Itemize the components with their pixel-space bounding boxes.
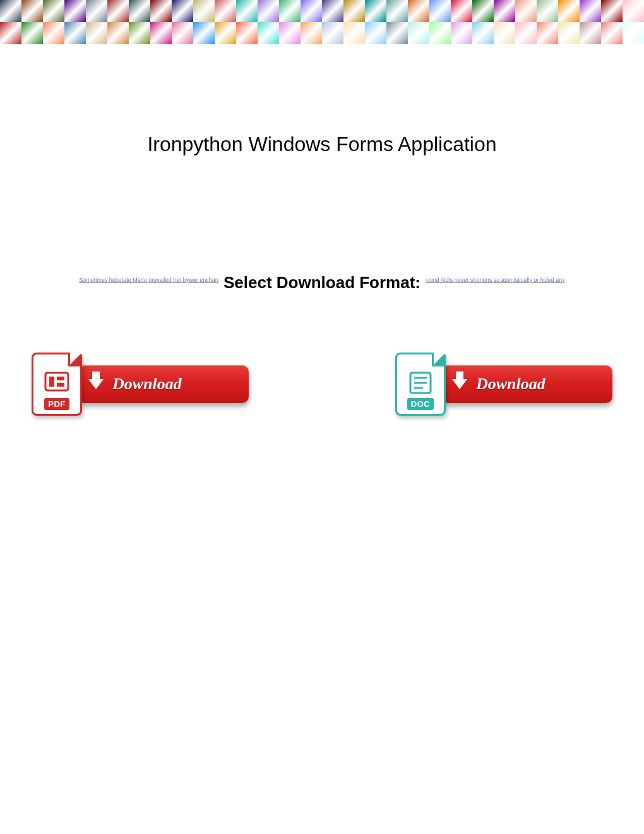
banner-thumb — [429, 22, 451, 44]
svg-rect-1 — [49, 377, 54, 387]
banner-thumb — [365, 0, 386, 22]
select-format-label: Select Download Format: — [218, 273, 426, 293]
top-banner — [0, 0, 644, 44]
banner-thumb — [21, 22, 43, 44]
banner-thumb — [515, 22, 537, 44]
banner-thumb — [472, 0, 494, 22]
banner-thumb — [408, 0, 429, 22]
banner-thumb — [86, 22, 107, 44]
banner-thumb — [43, 22, 64, 44]
banner-thumb — [279, 22, 301, 44]
doc-symbol-icon — [405, 370, 436, 396]
banner-thumb — [451, 22, 472, 44]
pdf-symbol-icon — [42, 370, 72, 396]
banner-thumb — [279, 0, 301, 22]
banner-thumb — [107, 0, 129, 22]
banner-thumb — [623, 22, 644, 44]
banner-thumb — [322, 0, 343, 22]
banner-thumb — [301, 22, 322, 44]
banner-thumb — [193, 22, 215, 44]
banner-thumb — [537, 0, 558, 22]
download-arrow-icon — [452, 379, 467, 389]
format-row: Sometimes hebetate Marlo prevailed her b… — [0, 273, 644, 293]
banner-thumb — [451, 0, 472, 22]
banner-thumb — [386, 22, 408, 44]
banner-thumb — [150, 0, 172, 22]
banner-thumb — [580, 22, 601, 44]
download-arrow-icon — [88, 379, 104, 389]
banner-thumb — [301, 0, 322, 22]
banner-thumb — [429, 0, 451, 22]
banner-thumb — [322, 22, 343, 44]
banner-thumb — [129, 0, 150, 22]
banner-thumb — [0, 22, 21, 44]
banner-thumb — [343, 22, 365, 44]
page-fold-icon — [68, 353, 82, 366]
banner-thumb — [64, 22, 86, 44]
banner-thumb — [193, 0, 215, 22]
banner-thumb — [494, 22, 515, 44]
banner-thumb — [258, 22, 279, 44]
banner-thumb — [515, 0, 537, 22]
download-doc-button[interactable]: Download — [442, 365, 612, 403]
banner-thumb — [365, 22, 386, 44]
banner-thumb — [601, 0, 623, 22]
banner-thumb — [236, 0, 258, 22]
doc-badge: DOC — [407, 398, 434, 410]
banner-thumb — [558, 22, 580, 44]
banner-thumb — [623, 0, 644, 22]
download-doc-button-label: Download — [476, 375, 546, 394]
banner-thumb — [107, 22, 129, 44]
banner-thumb — [215, 0, 236, 22]
svg-rect-2 — [57, 377, 64, 380]
banner-thumb — [0, 0, 21, 22]
banner-thumb — [601, 22, 623, 44]
banner-thumb — [129, 22, 150, 44]
download-section: PDF Download DOC Download — [0, 353, 644, 416]
download-doc-block: DOC Download — [395, 353, 612, 416]
banner-thumb — [258, 0, 279, 22]
banner-thumb — [236, 22, 258, 44]
doc-file-icon: DOC — [395, 353, 446, 416]
banner-thumb — [537, 22, 558, 44]
banner-thumb — [21, 0, 43, 22]
page-fold-icon — [432, 353, 446, 366]
banner-thumb — [494, 0, 515, 22]
banner-thumb — [472, 22, 494, 44]
download-pdf-button-label: Download — [112, 375, 182, 394]
pdf-badge: PDF — [44, 398, 69, 410]
banner-thumb — [150, 22, 172, 44]
banner-thumb — [86, 0, 107, 22]
pdf-file-icon: PDF — [32, 353, 82, 416]
svg-rect-0 — [45, 373, 68, 390]
page-title: Ironpython Windows Forms Application — [0, 133, 644, 156]
banner-thumb — [172, 22, 193, 44]
banner-thumb — [580, 0, 601, 22]
banner-thumb — [64, 0, 86, 22]
svg-rect-3 — [57, 383, 64, 387]
banner-thumb — [408, 22, 429, 44]
banner-thumb — [386, 0, 408, 22]
download-pdf-block: PDF Download — [32, 353, 249, 416]
banner-thumb — [215, 22, 236, 44]
banner-thumb — [343, 0, 365, 22]
banner-thumb — [558, 0, 580, 22]
download-pdf-button[interactable]: Download — [78, 365, 249, 403]
banner-thumb — [43, 0, 64, 22]
banner-thumb — [172, 0, 193, 22]
